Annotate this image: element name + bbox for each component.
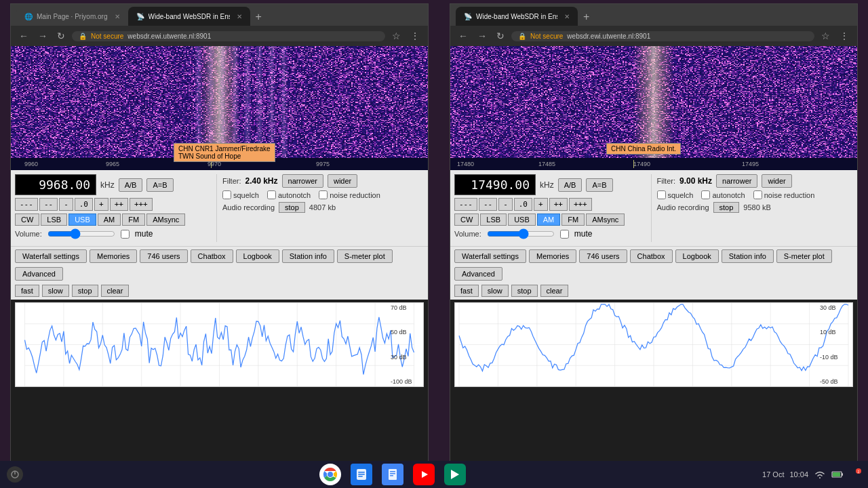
mode-am-left[interactable]: AM	[98, 214, 121, 226]
tab-stationinfo-right[interactable]: Station info	[722, 249, 774, 263]
step-dot-right[interactable]: .0	[514, 198, 532, 211]
mode-fm-left[interactable]: FM	[122, 214, 145, 226]
narrower-btn-right[interactable]: narrower	[716, 174, 757, 188]
ab-btn-right[interactable]: A/B	[558, 178, 583, 192]
tab-close-websdr-right[interactable]: ✕	[564, 13, 570, 20]
new-tab-right[interactable]: +	[578, 8, 595, 26]
bookmark-btn-right[interactable]: ☆	[818, 29, 833, 43]
speed-stop-left[interactable]: stop	[72, 285, 98, 297]
back-btn-right[interactable]: ←	[456, 29, 471, 43]
tab-logbook-right[interactable]: Logbook	[675, 249, 719, 263]
step-dot-left[interactable]: .0	[75, 198, 93, 211]
forward-btn-left[interactable]: →	[35, 29, 50, 43]
mode-lsb-left[interactable]: LSB	[41, 214, 67, 226]
squelch-cb-right[interactable]	[657, 190, 666, 199]
step-plus2-right[interactable]: ++	[549, 198, 568, 211]
a-eq-b-btn-left[interactable]: A=B	[146, 178, 173, 192]
step-minus3-right[interactable]: ---	[454, 198, 477, 211]
freq-display-right[interactable]: 17490.00	[454, 174, 536, 195]
url-box-right[interactable]: 🔒 Not secure websdr.ewi.utwente.nl:8901	[511, 31, 814, 41]
tab-advanced-right[interactable]: Advanced	[454, 267, 502, 281]
autonotch-cb-left[interactable]	[267, 190, 276, 199]
step-plus3-left[interactable]: +++	[130, 198, 153, 211]
step-minus1-left[interactable]: -	[59, 198, 73, 211]
play-store-icon[interactable]	[444, 464, 466, 485]
volume-slider-right[interactable]	[487, 228, 555, 239]
mode-am-right[interactable]: AM	[537, 214, 561, 226]
power-icon[interactable]	[7, 466, 23, 483]
mode-amsync-right[interactable]: AMsync	[586, 214, 625, 226]
chrome-icon[interactable]	[319, 464, 341, 485]
audio-stop-btn-right[interactable]: stop	[713, 202, 740, 213]
menu-btn-left[interactable]: ⋮	[408, 29, 422, 43]
speed-clear-right[interactable]: clear	[540, 285, 569, 297]
khz-left: kHz	[100, 180, 115, 190]
squelch-cb-left[interactable]	[222, 190, 231, 199]
tab-close-priyom[interactable]: ✕	[115, 13, 120, 20]
docs-icon[interactable]	[382, 464, 403, 485]
speed-stop-right[interactable]: stop	[511, 285, 538, 297]
mode-usb-left[interactable]: USB	[68, 214, 96, 226]
step-plus2-left[interactable]: ++	[110, 198, 128, 211]
step-minus2-right[interactable]: --	[479, 198, 497, 211]
tab-waterfall-settings-left[interactable]: Waterfall settings	[15, 249, 87, 263]
tab-users-left[interactable]: 746 users	[140, 249, 187, 263]
speed-clear-left[interactable]: clear	[101, 285, 130, 297]
wider-btn-right[interactable]: wider	[762, 174, 791, 188]
tab-users-right[interactable]: 746 users	[579, 249, 627, 263]
tab-websdr-left[interactable]: 📡 Wide-band WebSDR in Ens... ✕	[128, 7, 250, 26]
tab-advanced-left[interactable]: Advanced	[15, 267, 63, 281]
forward-btn-right[interactable]: →	[475, 29, 490, 43]
svg-rect-41	[389, 469, 397, 480]
url-box-left[interactable]: 🔒 Not secure websdr.ewi.utwente.nl:8901	[72, 31, 385, 41]
tab-memories-left[interactable]: Memories	[90, 249, 137, 263]
tab-smeter-right[interactable]: S-meter plot	[776, 249, 832, 263]
reload-btn-left[interactable]: ↻	[54, 29, 68, 43]
speed-fast-left[interactable]: fast	[15, 285, 39, 297]
mode-cw-left[interactable]: CW	[15, 214, 39, 226]
step-plus1-left[interactable]: +	[94, 198, 108, 211]
menu-btn-right[interactable]: ⋮	[837, 29, 852, 43]
mode-cw-right[interactable]: CW	[454, 214, 479, 226]
tab-smeter-left[interactable]: S-meter plot	[337, 249, 393, 263]
reload-btn-right[interactable]: ↻	[494, 29, 507, 43]
back-btn-left[interactable]: ←	[16, 29, 31, 43]
volume-slider-left[interactable]	[47, 228, 115, 239]
speed-slow-left[interactable]: slow	[42, 285, 69, 297]
tab-close-websdr-left[interactable]: ✕	[237, 13, 242, 20]
tab-websdr-right[interactable]: 📡 Wide-band WebSDR in Ens... ✕	[456, 7, 578, 26]
tab-chatbox-left[interactable]: Chatbox	[191, 249, 233, 263]
mode-lsb-right[interactable]: LSB	[480, 214, 507, 226]
ab-btn-left[interactable]: A/B	[119, 178, 143, 192]
step-minus2-left[interactable]: --	[39, 198, 58, 211]
files-icon[interactable]	[351, 464, 372, 485]
mode-fm-right[interactable]: FM	[561, 214, 585, 226]
speed-slow-right[interactable]: slow	[481, 285, 509, 297]
freq-display-left[interactable]: 9968.00	[15, 174, 96, 195]
tab-chatbox-right[interactable]: Chatbox	[630, 249, 673, 263]
mode-amsync-left[interactable]: AMsync	[146, 214, 185, 226]
tab-stationinfo-left[interactable]: Station info	[282, 249, 334, 263]
speed-fast-right[interactable]: fast	[454, 285, 479, 297]
step-plus1-right[interactable]: +	[534, 198, 548, 211]
bookmark-btn-left[interactable]: ☆	[389, 29, 403, 43]
step-minus3-left[interactable]: ---	[15, 198, 38, 211]
noisered-cb-left[interactable]	[319, 190, 328, 199]
a-eq-b-btn-right[interactable]: A=B	[586, 178, 612, 192]
tab-waterfall-settings-right[interactable]: Waterfall settings	[454, 249, 526, 263]
mute-cb-left[interactable]	[121, 230, 130, 239]
autonotch-cb-right[interactable]	[701, 190, 710, 199]
audio-stop-btn-left[interactable]: stop	[279, 202, 305, 213]
mute-cb-right[interactable]	[560, 230, 569, 239]
narrower-btn-left[interactable]: narrower	[282, 174, 323, 188]
mode-usb-right[interactable]: USB	[508, 214, 536, 226]
youtube-icon[interactable]	[413, 464, 435, 485]
noisered-cb-right[interactable]	[753, 190, 762, 199]
step-plus3-right[interactable]: +++	[569, 198, 592, 211]
wider-btn-left[interactable]: wider	[328, 174, 357, 188]
tab-priyom[interactable]: 🌐 Main Page · Priyom.org ✕	[16, 7, 128, 26]
step-minus1-right[interactable]: -	[498, 198, 513, 211]
new-tab-left[interactable]: +	[250, 8, 267, 26]
tab-logbook-left[interactable]: Logbook	[236, 249, 279, 263]
tab-memories-right[interactable]: Memories	[529, 249, 576, 263]
